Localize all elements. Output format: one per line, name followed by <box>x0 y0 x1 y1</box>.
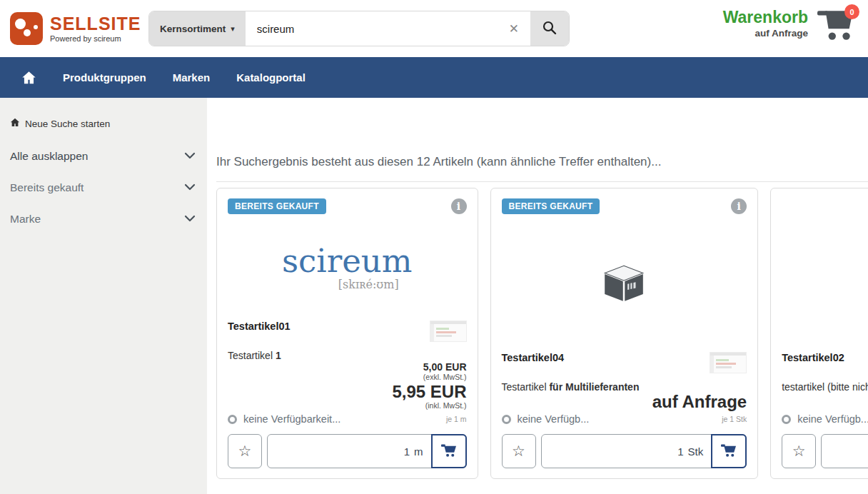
cart-area[interactable]: Warenkorb auf Anfrage 0 <box>723 7 855 44</box>
product-title[interactable]: Testartikel01 <box>228 321 291 332</box>
quantity-input[interactable] <box>268 435 414 468</box>
search-input[interactable] <box>246 23 498 35</box>
product-card: i Testartikel02 <box>770 188 868 479</box>
product-title[interactable]: Testartikel02 <box>782 352 844 363</box>
cart-count-badge: 0 <box>844 4 859 19</box>
results-toolbar: Artikel | ▾ Raster | ▾ <box>216 114 868 139</box>
search-bar: Kernsortiment ▾ ✕ <box>148 11 570 46</box>
availability-indicator: keine Verfügbarkeit... <box>228 413 340 425</box>
availability-indicator: keine Verfügb... <box>502 413 590 425</box>
cart-sublabel: auf Anfrage <box>755 28 808 39</box>
price-block: auf Anfrage <box>502 393 747 411</box>
availability-status-icon <box>782 415 791 424</box>
product-image-scireum-logo[interactable]: scireum [skɪʀé:ʊm] <box>228 216 467 321</box>
brand-name: SELLSITE <box>50 15 141 33</box>
main-nav: Produktgruppen Marken Katalogportal <box>0 57 868 98</box>
per-unit-label: je 1 Stk <box>722 415 747 423</box>
clear-search-icon[interactable]: ✕ <box>498 21 530 36</box>
quantity-unit: m <box>414 435 432 468</box>
purchased-badge: BEREITS GEKAUFT <box>502 198 600 214</box>
package-icon[interactable] <box>502 216 747 352</box>
main-content: Artikel | ▾ Raster | ▾ Ihr Suchergebnis … <box>207 98 868 494</box>
cart-label: Warenkorb <box>723 9 808 26</box>
nav-item-marken[interactable]: Marken <box>173 71 211 84</box>
logo[interactable]: SELLSITE Powered by scireum <box>10 12 143 45</box>
nav-home-icon[interactable] <box>21 71 36 85</box>
availability-indicator: keine Verfügb... <box>782 413 868 425</box>
quantity-group: m <box>267 434 467 468</box>
favorite-button[interactable]: ☆ <box>782 434 816 468</box>
sellsite-logo-icon <box>10 12 43 45</box>
sidebar-new-search-label: Neue Suche starten <box>25 119 110 129</box>
availability-text: keine Verfügb... <box>518 413 590 425</box>
sidebar-facet-label: Bereits gekauft <box>10 181 84 194</box>
price-block: auf Anfrage <box>782 393 868 411</box>
header: SELLSITE Powered by scireum Kernsortimen… <box>0 0 868 57</box>
quantity-group: Stk <box>541 434 747 468</box>
product-card: BEREITS GEKAUFT i Testartikel04 <box>490 188 759 479</box>
add-to-cart-button[interactable] <box>431 434 467 468</box>
product-card: BEREITS GEKAUFT i scireum [skɪʀé:ʊm] Tes… <box>216 188 478 479</box>
results-summary: Ihr Suchergebnis besteht aus diesen 12 A… <box>216 155 868 169</box>
package-icon[interactable] <box>782 216 868 352</box>
product-description: Testartikel 1 <box>228 350 467 361</box>
price-block: 5,00 EUR (exkl. MwSt.) 5,95 EUR (inkl. M… <box>228 361 467 411</box>
nav-item-katalogportal[interactable]: Katalogportal <box>236 71 306 84</box>
caret-down-icon: ▾ <box>231 24 235 34</box>
cart-icon <box>441 443 457 460</box>
product-description: testartikel (bitte nicht loeschen) <box>782 381 868 393</box>
search-button[interactable] <box>530 11 569 46</box>
favorite-button[interactable]: ☆ <box>228 434 262 468</box>
sidebar-facet-marke[interactable]: Marke <box>10 213 197 226</box>
price-net: 5,00 EUR <box>228 361 467 373</box>
product-description: Testartikel für Multilieferanten <box>502 381 747 393</box>
price-on-request: auf Anfrage <box>502 393 747 411</box>
quantity-unit: Stk <box>688 435 712 468</box>
info-icon[interactable]: i <box>451 198 467 214</box>
cart-icon <box>721 443 737 460</box>
brand-tagline: Powered by scireum <box>50 34 141 43</box>
add-to-cart-button[interactable] <box>711 434 747 468</box>
availability-text: keine Verfügbarkeit... <box>243 413 340 425</box>
sidebar-facet-bereits-gekauft[interactable]: Bereits gekauft <box>10 181 197 194</box>
quantity-group: m <box>821 434 868 468</box>
home-icon <box>10 118 20 129</box>
price-gross: 5,95 EUR <box>228 383 467 401</box>
quantity-input[interactable] <box>542 435 688 468</box>
favorite-button[interactable]: ☆ <box>502 434 536 468</box>
star-icon: ☆ <box>238 443 252 460</box>
sidebar-facet-label: Marke <box>10 213 41 226</box>
product-title[interactable]: Testartikel04 <box>502 352 565 363</box>
sidebar-expand-all[interactable]: Alle ausklappen <box>10 150 197 163</box>
purchased-badge: BEREITS GEKAUFT <box>228 198 326 214</box>
star-icon: ☆ <box>512 443 525 460</box>
search-scope-dropdown[interactable]: Kernsortiment ▾ <box>149 11 246 46</box>
divider <box>216 181 868 182</box>
sidebar-expand-all-label: Alle ausklappen <box>10 150 88 163</box>
chevron-down-icon <box>184 213 196 226</box>
product-thumbnail[interactable] <box>430 321 467 342</box>
chevron-down-icon <box>184 150 196 163</box>
availability-status-icon <box>502 415 511 424</box>
search-scope-label: Kernsortiment <box>160 24 226 34</box>
nav-item-produktgruppen[interactable]: Produktgruppen <box>63 71 146 84</box>
product-thumbnail[interactable] <box>710 352 747 373</box>
product-grid: BEREITS GEKAUFT i scireum [skɪʀé:ʊm] Tes… <box>216 188 868 479</box>
chevron-down-icon <box>184 181 196 194</box>
sidebar: Neue Suche starten Alle ausklappen Berei… <box>0 98 207 494</box>
search-icon <box>542 20 557 38</box>
scireum-logo-text: scireum <box>282 245 412 277</box>
price-net-note: (exkl. MwSt.) <box>228 373 467 383</box>
availability-status-icon <box>228 415 237 424</box>
price-on-request: auf Anfrage <box>782 393 868 411</box>
price-gross-note: (inkl. MwSt.) <box>228 401 467 411</box>
availability-text: keine Verfügb... <box>797 413 868 425</box>
info-icon[interactable]: i <box>731 198 747 214</box>
per-unit-label: je 1 m <box>446 415 467 423</box>
cart-icon[interactable] <box>817 31 855 44</box>
star-icon: ☆ <box>792 443 806 460</box>
quantity-input[interactable] <box>822 435 868 468</box>
sidebar-new-search[interactable]: Neue Suche starten <box>10 118 197 129</box>
